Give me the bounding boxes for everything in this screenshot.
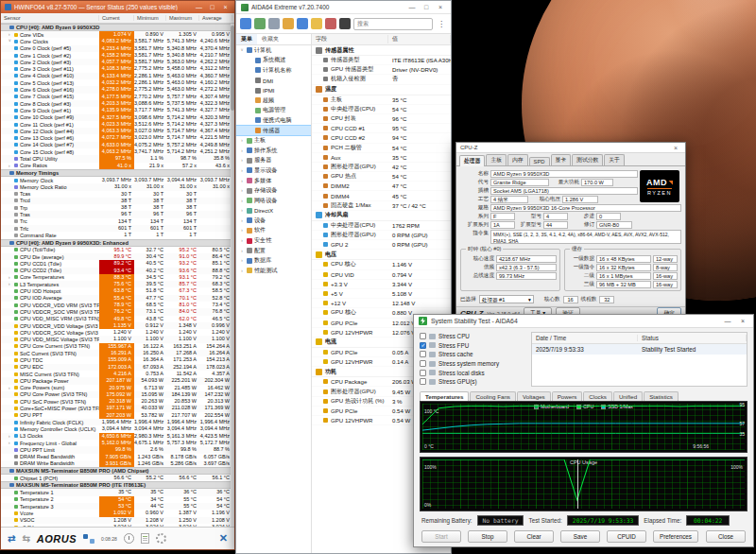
scrollbar[interactable] bbox=[231, 24, 234, 527]
sensor-row[interactable]: Temperature 353 °C44 °C55 °C54 °C bbox=[1, 503, 234, 510]
processor-select[interactable]: 处理器 #1▾ bbox=[479, 295, 534, 303]
sensor-row[interactable]: ›Core Ratios41.0 x21.9 x57.2 x43.6 x bbox=[1, 163, 234, 169]
sensor-row[interactable]: Core 14 Clock (perf #7)4,633.0 MHz4,075.… bbox=[1, 142, 234, 148]
expand-columns-icon[interactable]: ⇄ bbox=[8, 534, 15, 544]
sensor-row[interactable]: CPU Package Power207.187 W54.093 W225.20… bbox=[1, 377, 234, 384]
sensor-row[interactable]: Chipset 1 (PCH)56.6 °C55.2 °C56.6 °C56.1… bbox=[1, 475, 234, 481]
network-icon[interactable] bbox=[83, 534, 94, 544]
sidebar-item[interactable]: 便携式电脑 bbox=[236, 115, 311, 126]
sidebar-tab[interactable]: 菜单 bbox=[236, 34, 257, 44]
sensor-row[interactable]: DRAM Read Bandwidth7.905 GB/s1.243 GB/s8… bbox=[1, 454, 234, 460]
sensor-value-row[interactable]: GPU 20 RPM (GPU) bbox=[312, 240, 451, 250]
cpuz-titlebar[interactable]: CPU-Z × bbox=[456, 143, 685, 153]
log-column-header[interactable]: Status bbox=[638, 335, 747, 341]
sensor-row[interactable]: Trc134 T134 T134 T bbox=[1, 218, 234, 225]
sensor-value-row[interactable]: +3.3 V3.344 V bbox=[312, 280, 451, 289]
sidebar-item[interactable]: ›DirectX bbox=[236, 206, 311, 216]
sensor-row[interactable]: MISC Current (SVI3 TFN)4.216 A0.753 A11.… bbox=[1, 371, 234, 377]
column-header[interactable]: Average bbox=[199, 15, 232, 21]
sensor-row[interactable]: Tcas30 T30 T30 T bbox=[1, 191, 234, 198]
sensor-value-row[interactable]: CPU 核心1.146 V bbox=[312, 260, 451, 269]
start-button[interactable]: Start bbox=[421, 530, 461, 543]
checkbox-unchecked[interactable] bbox=[420, 370, 426, 376]
sensor-row[interactable]: DRAM Write Bandwidth3.931 GB/s1.246 GB/s… bbox=[1, 460, 234, 467]
sensor-section-header[interactable]: MAXSUN MS-Terminator B850M PRO (ITE IT86… bbox=[1, 481, 234, 489]
sensor-row[interactable]: Core 15 Clock (perf #8)4,063.2 MHz3,741.… bbox=[1, 148, 234, 155]
sidebar-item[interactable]: DMI bbox=[236, 76, 311, 86]
graph-tab[interactable]: Statistics bbox=[644, 391, 679, 401]
sidebar-item[interactable]: 超频 bbox=[236, 95, 311, 106]
column-header[interactable]: Sensor bbox=[1, 15, 99, 21]
clock-icon[interactable] bbox=[124, 533, 134, 544]
sensor-row[interactable]: ›Core VIDs1.074 V0.890 V1.305 V0.995 V bbox=[1, 31, 234, 38]
database-icon[interactable] bbox=[339, 18, 351, 29]
chart-icon[interactable] bbox=[283, 18, 294, 29]
stress-option[interactable]: Stress GPU(s) bbox=[420, 377, 525, 387]
sidebar-item[interactable]: 系统概述 bbox=[236, 56, 311, 66]
sensor-row[interactable]: Temperature 254 °C34 °C55 °C54 °C bbox=[1, 496, 234, 503]
sensor-row[interactable]: CPU CCD1 (Tdie)89.2 °C40.5 °C93.2 °C85.1… bbox=[1, 260, 234, 267]
sidebar-item[interactable]: ›网络设备 bbox=[236, 196, 311, 206]
sensor-row[interactable]: ›Core Temperatures88.3 °C34.5 °C93.1 °C7… bbox=[1, 274, 234, 281]
sensor-row[interactable]: Core 8 Clock (perf #3)4,203.3 MHz3,088.6… bbox=[1, 100, 234, 107]
sensor-row[interactable]: Tras96 T96 T96 T bbox=[1, 211, 234, 217]
sidebar-item[interactable]: ›安全性 bbox=[236, 235, 311, 246]
sidebar-item[interactable]: ›数据库 bbox=[236, 255, 311, 266]
tab-5[interactable]: 显卡 bbox=[551, 154, 572, 165]
sensor-row[interactable]: Trfc601 T601 T601 T bbox=[1, 225, 234, 232]
sensor-row[interactable]: ›Frequency Limit - Global5,162.0 MHz4,67… bbox=[1, 440, 234, 446]
sensor-row[interactable]: Core 11 Clock (perf #1)4,023.3 MHz3,512.… bbox=[1, 121, 234, 128]
close-button[interactable]: Close bbox=[706, 530, 746, 543]
table-header[interactable]: 字段 值 bbox=[312, 34, 451, 45]
sensor-row[interactable]: Trp38 T38 T38 T bbox=[1, 204, 234, 211]
sidebar-item[interactable]: IPMI bbox=[236, 85, 311, 95]
sensor-value-row[interactable]: +12 V12.148 V bbox=[312, 299, 451, 308]
collapse-columns-icon[interactable]: ⇆ bbox=[22, 534, 29, 544]
sensor-value-row[interactable]: PCH 二极管54 °C bbox=[312, 144, 451, 153]
sensor-row[interactable]: CPU IOD Hotspot63.8 °C51.8 °C67.3 °C58.5… bbox=[1, 287, 234, 294]
sensor-row[interactable]: CPU SoC Power (SVI3 TFN)20.318 W20.263 W… bbox=[1, 398, 234, 405]
folder-icon[interactable] bbox=[311, 18, 322, 29]
search-input[interactable] bbox=[353, 18, 433, 30]
column-header[interactable]: Current bbox=[99, 15, 134, 21]
sensor-row[interactable]: ›L3 Clocks4,650.6 MHz2,980.3 MHz5,161.3 … bbox=[1, 433, 234, 440]
sensor-row[interactable]: CPU VDDCR_SOC VRM (SVI3 TFN)76.2 °C73.1 … bbox=[1, 308, 234, 315]
sidebar-item[interactable]: 传感器 bbox=[236, 126, 311, 136]
sensor-row[interactable]: CPU PPT Limit99.8 %2.6 %99.8 %88.7 % bbox=[1, 446, 234, 453]
sensor-value-row[interactable]: 中央处理器(CPU)1762 RPM bbox=[312, 221, 451, 231]
sensor-row[interactable]: Core 4 Clock (perf #10)4,133.4 MHz2,286.… bbox=[1, 73, 234, 79]
cpuid-button[interactable]: CPUID bbox=[607, 530, 646, 543]
sensor-row[interactable]: Core 9 Clock (perf #1)4,135.9 MHz3,717.7… bbox=[1, 107, 234, 113]
sidebar-tab[interactable]: 收藏夹 bbox=[257, 34, 284, 44]
sidebar-item[interactable]: ›配置 bbox=[236, 246, 311, 256]
sensor-value-row[interactable]: 中央处理器(CPU)54 °C bbox=[312, 105, 451, 114]
sensor-value-row[interactable]: GPU 传感器类型Driver (NV-DRV0) bbox=[312, 65, 451, 75]
sensor-value-row[interactable]: CPU 封装96 °C bbox=[312, 114, 451, 124]
monitor-icon[interactable] bbox=[297, 18, 308, 29]
sidebar-item[interactable]: 计算机名称 bbox=[236, 65, 311, 76]
sensor-value-row[interactable]: 固态硬盘 1/Max37 °C / 42 °C bbox=[312, 201, 451, 211]
sensor-row[interactable]: Core 0 Clock (perf #5)4,233.4 MHz3,581.7… bbox=[1, 45, 234, 52]
close-icon[interactable]: × bbox=[435, 4, 446, 10]
maximize-icon[interactable]: □ bbox=[421, 4, 432, 10]
sidebar-item[interactable]: ›服务器 bbox=[236, 156, 311, 166]
sensor-value-row[interactable]: GPU 热点54 °C bbox=[312, 172, 451, 182]
sensor-row[interactable]: CPU VDD_MISC VRM (SVI3 TFN)49.8 °C43.8 °… bbox=[1, 316, 234, 322]
maximize-icon[interactable]: □ bbox=[207, 2, 217, 12]
close-icon[interactable]: × bbox=[670, 145, 681, 151]
sensor-row[interactable]: ›Core Powers (sum)20.975 W6.713 W21.485 … bbox=[1, 385, 234, 391]
log-header[interactable]: Date / TimeStatus bbox=[532, 333, 747, 344]
sidebar-item[interactable]: ›多媒体 bbox=[236, 176, 311, 186]
tab-4[interactable]: SPD bbox=[529, 157, 550, 165]
sensor-row[interactable]: Core 2 Clock (perf #3)4,057.7 MHz3,581.7… bbox=[1, 59, 234, 65]
minimize-icon[interactable]: — bbox=[406, 4, 418, 10]
log-column-header[interactable]: Date / Time bbox=[532, 335, 638, 341]
save-button[interactable]: Save bbox=[560, 530, 600, 543]
log-icon[interactable] bbox=[141, 533, 149, 544]
stop-button[interactable]: Stop bbox=[468, 530, 507, 543]
sidebar-item[interactable]: ›显示设备 bbox=[236, 165, 311, 176]
refresh-icon[interactable] bbox=[254, 18, 266, 29]
sensor-section-header[interactable]: CPU [#0]: AMD Ryzen 9 9950X3D: Enhanced bbox=[1, 239, 234, 247]
sensor-value-row[interactable]: 主板35 °C bbox=[312, 95, 451, 105]
clear-button[interactable]: Clear bbox=[514, 530, 554, 543]
